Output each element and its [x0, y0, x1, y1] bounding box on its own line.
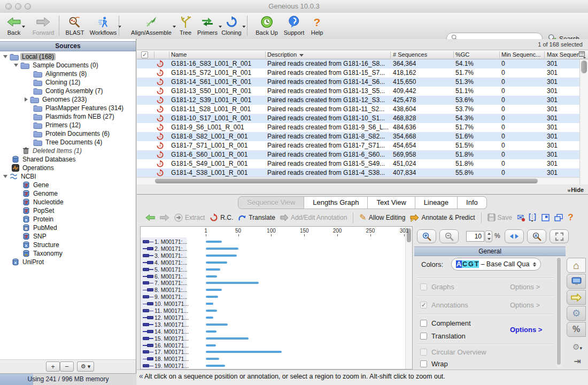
sequence-row[interactable]: 19. M00171... — [141, 363, 412, 369]
zoom-out-button[interactable] — [439, 229, 459, 243]
read-length-bar[interactable] — [206, 344, 216, 346]
option-complement[interactable]: Complement — [420, 319, 471, 327]
tab-sequence-view[interactable]: Sequence View — [238, 196, 304, 209]
sidebar-item-tree-documents-4[interactable]: Tree Documents (4) — [0, 138, 104, 147]
allow-editing-button[interactable]: ✎Allow Editing — [359, 213, 405, 222]
read-length-bar[interactable] — [206, 310, 217, 312]
options-panel-scrollbar[interactable] — [556, 257, 562, 368]
tab-info[interactable]: Info — [458, 196, 487, 209]
sequence-row[interactable]: 17. M00171... — [141, 349, 412, 355]
option-circular-overview[interactable]: Circular Overview — [420, 348, 486, 356]
sequence-row[interactable]: 12. M00171... — [141, 314, 412, 321]
option-translation[interactable]: Translation — [420, 332, 466, 340]
align-button[interactable]: Align/Assemble — [131, 15, 172, 36]
sequence-row[interactable]: 16. M00171... — [141, 342, 412, 349]
support-button[interactable]: Support — [284, 15, 305, 36]
translate-button[interactable]: Translate — [238, 213, 275, 222]
read-length-bar[interactable] — [206, 330, 216, 333]
sidebar-item-pubmed[interactable]: PubMed — [0, 224, 59, 232]
nav-fwd-button[interactable] — [160, 214, 169, 221]
envelope-button[interactable]: ✉ — [517, 213, 524, 222]
sidebar-item-sample-documents-0[interactable]: Sample Documents (0) — [0, 61, 100, 70]
colors-dropdown[interactable]: ACGT – Base Call Qua — [451, 258, 541, 271]
options-link[interactable]: Options > — [510, 326, 542, 334]
option-wrap[interactable]: Wrap — [420, 360, 448, 368]
select-all-checkbox[interactable]: ✓ — [141, 51, 148, 58]
nav-back-button[interactable] — [145, 214, 155, 221]
sidebar-item-deleted-items-1[interactable]: Deleted Items (1) — [0, 147, 83, 155]
forward-button[interactable]: Forward — [33, 15, 54, 36]
table-row[interactable]: G181-9_S6_L001_R_001Paired reads created… — [137, 123, 579, 132]
sequence-row[interactable]: 8. M00171:... — [141, 287, 412, 293]
sidebar-item-protein[interactable]: Protein — [0, 215, 55, 224]
read-length-bar[interactable] — [206, 241, 222, 243]
add-folder-button[interactable]: + — [46, 361, 60, 372]
table-row[interactable]: G181-6_S60_L001_R_001Paired reads create… — [137, 150, 579, 159]
blast-button[interactable]: BLAST — [66, 15, 84, 36]
extract-button[interactable]: Extract — [174, 213, 205, 222]
zoom-level-field[interactable]: 10 — [466, 231, 484, 242]
table-vertical-scrollbar[interactable] — [579, 59, 588, 184]
zoom-to-annotation-button[interactable]: A — [527, 229, 546, 243]
sidebar-item-cloning-12[interactable]: Cloning (12) — [0, 78, 82, 87]
collapse-sidebar-control[interactable]: « — [139, 372, 143, 380]
table-row[interactable]: G181-16_S83_L001_R_001Paired reads creat… — [137, 59, 579, 68]
sidebar-item-shared-databases[interactable]: Shared Databases — [0, 155, 77, 164]
frame-button[interactable] — [541, 214, 550, 221]
read-length-bar[interactable] — [206, 358, 219, 360]
sidebar-item-nucleotide[interactable]: Nucleotide — [0, 198, 65, 206]
sequence-row[interactable]: 4. M00171:... — [141, 259, 412, 266]
read-length-bar[interactable] — [206, 351, 282, 353]
tree-button[interactable]: Tree — [179, 15, 192, 36]
sequence-row[interactable]: 11. M00171... — [141, 307, 412, 314]
checkbox[interactable] — [420, 360, 427, 367]
tab-text-view[interactable]: Text View — [368, 196, 415, 209]
sequence-row[interactable]: 6. M00171:... — [141, 273, 412, 280]
sidebar-item-alignments-8[interactable]: Alignments (8) — [0, 70, 88, 78]
read-length-bar[interactable] — [206, 275, 217, 278]
help-small-button[interactable]: ? — [568, 213, 573, 222]
sequence-view[interactable]: 1501001502002503011. M00171:...2. M00171… — [140, 226, 413, 369]
sidebar-item-operations[interactable]: Operations — [0, 164, 56, 172]
read-length-bar[interactable] — [206, 317, 213, 319]
r-c-button[interactable]: R.C. — [210, 213, 233, 222]
sidebar-item-plasmapper-features-314[interactable]: PlasMapper Features (314) — [0, 104, 125, 112]
table-row[interactable]: G181-7_S71_L001_R_001Paired reads create… — [137, 141, 579, 150]
read-length-bar[interactable] — [206, 282, 259, 284]
cloning-button[interactable]: Cloning — [221, 15, 241, 36]
sidebar-item-genomes-233[interactable]: Genomes (233) — [0, 95, 88, 104]
table-row[interactable]: G181-5_S49_L001_R_001Paired reads create… — [137, 159, 579, 168]
disclosure-triangle-icon[interactable] — [3, 55, 7, 58]
read-length-bar[interactable] — [206, 324, 228, 326]
sequence-row[interactable]: 7. M00171:... — [141, 280, 412, 286]
sidebar-item-uniprot[interactable]: UniProt — [0, 258, 45, 266]
annotate-predict-button[interactable]: Annotate & Predict — [410, 213, 475, 222]
fullscreen-button[interactable] — [550, 229, 569, 243]
hide-table-control[interactable]: » Hide — [568, 187, 584, 193]
workflows-button[interactable]: Workflows — [90, 15, 117, 36]
sidebar-item-local-168[interactable]: Local (168) — [0, 52, 56, 61]
sidebar-item-contig-assembly-7[interactable]: Contig Assembly (7) — [0, 87, 104, 95]
table-row[interactable]: G181-8_S82_L001_R_001Paired reads create… — [137, 132, 579, 141]
checkbox[interactable] — [420, 333, 427, 340]
read-length-bar[interactable] — [206, 248, 238, 250]
read-length-bar[interactable] — [206, 261, 227, 264]
table-horizontal-scrollbar[interactable] — [137, 177, 579, 184]
read-length-bar[interactable] — [206, 289, 222, 291]
panel-tab-annotation-arrow[interactable] — [567, 290, 586, 305]
sidebar-item-genome[interactable]: Genome — [0, 189, 59, 198]
options-link[interactable]: Options > — [510, 283, 540, 291]
read-length-bar[interactable] — [206, 268, 220, 271]
help-button[interactable]: ?Help — [311, 15, 323, 36]
table-row[interactable]: G181-15_S72_L001_R_001Paired reads creat… — [137, 68, 579, 78]
read-length-bar[interactable] — [206, 337, 249, 340]
save-button[interactable]: Save — [488, 213, 512, 221]
column-header-description[interactable]: Description — [267, 51, 304, 58]
tab-lengths-graph[interactable]: Lengths Graph — [304, 196, 368, 209]
column-header-min-sequenc[interactable]: Min Sequenc... — [501, 51, 540, 58]
table-row[interactable]: G181-10_S17_L001_R_001Paired reads creat… — [137, 114, 579, 123]
option-annotations[interactable]: ✓Annotations — [420, 301, 468, 309]
read-length-bar[interactable] — [206, 303, 213, 305]
read-length-bar[interactable] — [206, 365, 225, 367]
sequence-row[interactable]: 13. M00171... — [141, 321, 412, 328]
